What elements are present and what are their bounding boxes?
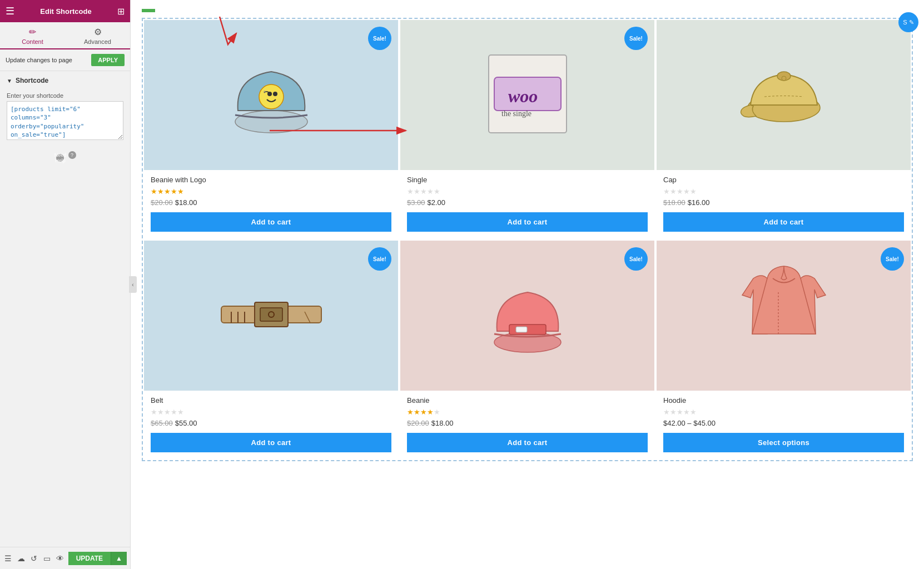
sidebar-header: ☰ Edit Shortcode ⊞ [0,0,130,22]
price-new: $16.00 [688,198,710,207]
toolbar-eye-icon[interactable]: 👁 [55,551,64,566]
products-wrapper: Sale! Beanie with Logo★★★★★$20.00$18.00A… [142,18,913,461]
edit-avatar[interactable]: S ✎ [898,12,918,32]
price-old: $18.00 [663,198,685,207]
toolbar-preview-icon[interactable]: ▭ [42,551,52,566]
product-price: $20.00$18.00 [407,419,648,427]
select-options-button[interactable]: Select options [663,433,904,452]
need-help-label: Need Help [56,154,64,162]
price-new: $18.00 [175,198,197,207]
product-image-hoodie [737,262,831,370]
tab-advanced[interactable]: ⚙ Advanced [65,22,130,49]
product-image-woo_single: woo the single [480,47,575,143]
svg-rect-19 [516,327,527,332]
add-to-cart-button[interactable]: Add to cart [151,212,391,232]
sidebar-title: Edit Shortcode [40,7,91,16]
svg-point-12 [782,76,786,81]
chevron-down-icon: ▼ [7,78,12,84]
product-name: Single [407,176,648,184]
toolbar-cloud-icon[interactable]: ☁ [16,551,26,566]
update-button[interactable]: UPDATE [68,552,111,565]
product-info: Single★★★★★$3.00$2.00Add to cart [400,170,654,238]
product-info: Hoodie★★★★★$42.00 – $45.00Select options [657,391,911,459]
products-area: S ✎ Sale! Beanie with Logo★★★★★$20.00$18… [131,0,924,483]
advanced-tab-icon: ⚙ [94,27,102,37]
product-card: Sale! woo the single Single★★★★★$3.00$2.… [400,20,654,238]
product-name: Beanie with Logo [151,176,391,184]
price-old: $20.00 [407,419,429,427]
product-price: $3.00$2.00 [407,198,648,207]
products-container: S ✎ Sale! Beanie with Logo★★★★★$20.00$18… [142,18,913,461]
sale-badge: Sale! [624,247,648,271]
price-range: $42.00 – $45.00 [663,419,716,427]
product-name: Hoodie [663,396,904,405]
add-to-cart-button[interactable]: Add to cart [407,212,648,232]
bottom-toolbar: ☰ ☁ ↺ ▭ 👁 UPDATE ▲ [0,547,130,569]
price-new: $55.00 [175,419,197,427]
product-stars: ★★★★★ [407,186,648,196]
advanced-tab-label: Advanced [84,38,111,45]
products-grid: Sale! Beanie with Logo★★★★★$20.00$18.00A… [144,20,911,459]
product-image-area [657,20,911,170]
shortcode-input[interactable]: [products limit="6" columns="3" orderby=… [7,101,123,140]
svg-point-5 [264,91,266,93]
sale-badge: Sale! [624,27,648,50]
toolbar-undo-icon[interactable]: ↺ [29,551,39,566]
content-tab-icon: ✏ [29,27,36,37]
tab-content[interactable]: ✏ Content [0,22,65,49]
product-info: Belt★★★★★$65.00$55.00Add to cart [144,391,398,459]
shortcode-section-title: Shortcode [16,77,48,84]
collapse-sidebar-handle[interactable]: ‹ [129,276,137,293]
product-price: $65.00$55.00 [151,419,391,427]
top-bar [142,6,913,18]
add-to-cart-button[interactable]: Add to cart [151,433,391,452]
help-icon[interactable]: ? [68,151,76,159]
top-sale-tag [142,9,155,12]
product-image-area: Sale! woo the single [400,20,654,170]
sale-badge: Sale! [368,27,391,50]
edit-icon: S ✎ [903,19,913,26]
add-to-cart-button[interactable]: Add to cart [663,212,904,232]
add-to-cart-button[interactable]: Add to cart [407,433,648,452]
grid-icon[interactable]: ⊞ [117,6,125,17]
product-price: $42.00 – $45.00 [663,419,904,427]
product-name: Belt [151,396,391,405]
product-info: Cap★★★★★$18.00$16.00Add to cart [657,170,911,238]
svg-text:the single: the single [501,109,531,118]
sale-badge: Sale! [881,247,904,271]
update-bar: Update changes to page APPLY [0,49,130,71]
svg-point-1 [235,111,307,133]
svg-point-4 [273,92,277,96]
svg-point-2 [259,84,284,109]
product-stars: ★★★★★ [151,186,391,196]
product-image-area: Sale! [657,241,911,391]
hamburger-icon[interactable]: ☰ [6,5,14,17]
svg-rect-18 [509,325,546,335]
product-card: Sale! Beanie★★★★★$20.00$18.00Add to cart [400,241,654,459]
sale-badge: Sale! [368,247,391,271]
sidebar-tabs: ✏ Content ⚙ Advanced [0,22,130,49]
shortcode-section-header[interactable]: ▼ Shortcode [0,71,130,90]
price-new: $2.00 [428,198,446,207]
shortcode-field-label: Enter your shortcode [0,90,130,101]
product-price: $20.00$18.00 [151,198,391,207]
toolbar-menu-icon[interactable]: ☰ [3,551,13,566]
update-button-group: UPDATE ▲ [68,552,127,565]
product-image-area: Sale! [400,241,654,391]
update-arrow-button[interactable]: ▲ [111,552,127,565]
product-card: Sale! Beanie with Logo★★★★★$20.00$18.00A… [144,20,398,238]
main-content: S ✎ Sale! Beanie with Logo★★★★★$20.00$18… [131,0,924,569]
product-image-area: Sale! [144,20,398,170]
product-image-beanie_logo [230,44,313,146]
product-name: Beanie [407,396,648,405]
product-stars: ★★★★★ [663,407,904,417]
sidebar: ☰ Edit Shortcode ⊞ ✏ Content ⚙ Advanced … [0,0,131,569]
svg-rect-15 [260,308,282,321]
apply-button[interactable]: APPLY [91,54,125,66]
price-new: $18.00 [431,419,454,427]
product-stars: ★★★★★ [151,407,391,417]
price-old: $20.00 [151,198,173,207]
product-card: Sale! Belt★★★★★$65.00$55.00Add to cart [144,241,398,459]
update-changes-label: Update changes to page [6,57,72,63]
product-image-belt [216,281,327,350]
